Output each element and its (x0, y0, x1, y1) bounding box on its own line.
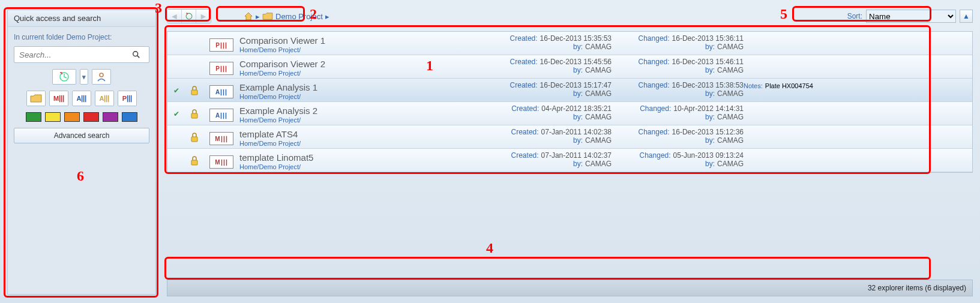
lock-icon (185, 81, 203, 100)
item-title: template Linomat5 (239, 151, 479, 163)
svg-rect-7 (191, 137, 197, 142)
history-nav: ◄ ► (167, 9, 211, 23)
lock-icon (185, 128, 203, 147)
item-notes (744, 128, 969, 129)
filter-type-m-button[interactable]: Mǀǀǀ (49, 91, 68, 106)
item-type-icon: Mǀǀǀ (203, 128, 239, 147)
svg-point-4 (186, 13, 192, 19)
color-swatch-yellow[interactable] (45, 112, 61, 122)
check-icon: ✔ (167, 104, 185, 124)
item-notes (744, 104, 969, 106)
search-input[interactable] (14, 48, 132, 62)
sort-direction-button[interactable]: ▲ (960, 10, 973, 23)
filter-recent-button[interactable] (52, 69, 76, 85)
breadcrumb-separator: ▸ (325, 12, 329, 21)
item-list: PǀǀǀComparison Viewer 1Home/Demo Project… (167, 31, 973, 173)
color-filter-row (14, 112, 149, 122)
filter-type-p-button[interactable]: Pǀǀǀ (118, 91, 137, 106)
breadcrumb-current[interactable]: Demo Project (275, 12, 323, 21)
item-path: Home/Demo Project/ (239, 140, 479, 147)
lock-icon (185, 34, 203, 53)
item-path: Home/Demo Project/ (239, 163, 479, 170)
item-path: Home/Demo Project/ (239, 116, 479, 124)
advanced-search-button[interactable]: Advanced search (14, 128, 149, 143)
nav-home-button[interactable] (182, 10, 196, 23)
item-type-icon: Pǀǀǀ (203, 34, 239, 53)
item-title: Comparison Viewer 1 (239, 34, 479, 46)
color-swatch-purple[interactable] (103, 112, 118, 122)
svg-rect-8 (191, 160, 197, 165)
item-created: Created:16-Dec-2013 15:17:47by:CAMAG (479, 81, 612, 98)
list-item[interactable]: PǀǀǀComparison Viewer 2Home/Demo Project… (167, 55, 972, 79)
search-field-wrapper (14, 46, 149, 63)
item-type-icon: Aǀǀǀ (203, 104, 239, 124)
item-notes (744, 34, 969, 35)
item-created: Created:07-Jan-2011 14:02:37by:CAMAG (479, 151, 612, 168)
sort-select[interactable]: Name (866, 10, 956, 23)
item-path: Home/Demo Project/ (239, 70, 479, 77)
folder-icon (262, 12, 273, 20)
check-icon (167, 34, 185, 53)
explorer-toolbar: ◄ ► ▸ Demo Project ▸ Sort: Name ▲ (167, 8, 973, 24)
check-icon (167, 151, 185, 170)
sort-control: Sort: Name ▲ (847, 10, 973, 23)
nav-forward-button[interactable]: ► (196, 10, 211, 23)
item-changed: Changed:16-Dec-2013 15:36:11by:CAMAG (612, 34, 744, 51)
check-icon (167, 128, 185, 147)
quick-access-panel: Quick access and search In current folde… (7, 10, 156, 295)
sidebar-title: Quick access and search (8, 10, 155, 27)
item-changed: Changed:05-Jun-2013 09:13:24by:CAMAG (612, 151, 744, 168)
item-created: Created:16-Dec-2013 15:45:56by:CAMAG (479, 58, 612, 74)
list-item[interactable]: ✔AǀǀǀExample Analysis 2Home/Demo Project… (167, 102, 972, 125)
filter-type-a-button[interactable]: Aǀǀǀ (72, 91, 91, 106)
filter-type-a2-button[interactable]: Aǀǀǀ (95, 91, 114, 106)
item-path: Home/Demo Project/ (239, 93, 479, 100)
breadcrumb: ▸ Demo Project ▸ (244, 11, 329, 21)
color-swatch-red[interactable] (83, 112, 99, 122)
check-icon (167, 58, 185, 77)
svg-rect-6 (191, 113, 197, 118)
sort-label: Sort: (847, 12, 862, 20)
search-scope-label: In current folder Demo Project: (14, 33, 149, 41)
list-item[interactable]: Mǀǀǀtemplate Linomat5Home/Demo Project/C… (167, 149, 972, 172)
item-changed: Changed:16-Dec-2013 15:38:53by:CAMAG (612, 81, 744, 98)
status-text: 32 explorer items (6 displayed) (868, 284, 966, 292)
search-icon[interactable] (132, 50, 149, 59)
svg-rect-5 (191, 90, 197, 95)
color-swatch-orange[interactable] (64, 112, 80, 122)
explorer-main: ◄ ► ▸ Demo Project ▸ Sort: Name ▲ PǀǀǀCo… (167, 8, 973, 296)
color-swatch-green[interactable] (26, 112, 41, 122)
svg-point-0 (133, 52, 138, 56)
item-created: Created:16-Dec-2013 15:35:53by:CAMAG (479, 34, 612, 51)
list-item[interactable]: Mǀǀǀtemplate ATS4Home/Demo Project/Creat… (167, 125, 972, 149)
item-created: Created:07-Jan-2011 14:02:38by:CAMAG (479, 128, 612, 145)
svg-point-3 (100, 73, 103, 77)
item-title: Example Analysis 1 (239, 81, 479, 92)
list-item[interactable]: PǀǀǀComparison Viewer 1Home/Demo Project… (167, 32, 972, 55)
item-path: Home/Demo Project/ (239, 46, 479, 53)
item-notes (744, 151, 969, 152)
item-type-icon: Pǀǀǀ (203, 58, 239, 77)
item-created: Created:04-Apr-2012 18:35:21by:CAMAG (479, 104, 612, 121)
filter-folder-button[interactable] (26, 91, 46, 106)
breadcrumb-separator: ▸ (256, 12, 260, 21)
lock-icon (185, 58, 203, 77)
filter-recent-dropdown[interactable]: ▾ (80, 69, 88, 85)
home-icon[interactable] (244, 11, 253, 21)
item-changed: Changed:16-Dec-2013 15:46:11by:CAMAG (612, 58, 744, 74)
item-notes: Notes:Plate HX004754 (744, 81, 969, 89)
item-changed: Changed:10-Apr-2012 14:14:31by:CAMAG (612, 104, 744, 121)
item-type-icon: Mǀǀǀ (203, 151, 239, 170)
item-title: Example Analysis 2 (239, 104, 479, 116)
list-item[interactable]: ✔AǀǀǀExample Analysis 1Home/Demo Project… (167, 79, 972, 102)
svg-line-1 (137, 56, 140, 58)
item-title: template ATS4 (239, 128, 479, 139)
filter-user-button[interactable] (92, 69, 111, 85)
lock-icon (185, 104, 203, 124)
item-type-icon: Aǀǀǀ (203, 81, 239, 100)
item-changed: Changed:16-Dec-2013 15:12:36by:CAMAG (612, 128, 744, 145)
lock-icon (185, 151, 203, 170)
status-bar: 32 explorer items (6 displayed) (167, 280, 973, 296)
nav-back-button[interactable]: ◄ (167, 10, 182, 23)
color-swatch-blue[interactable] (122, 112, 137, 122)
